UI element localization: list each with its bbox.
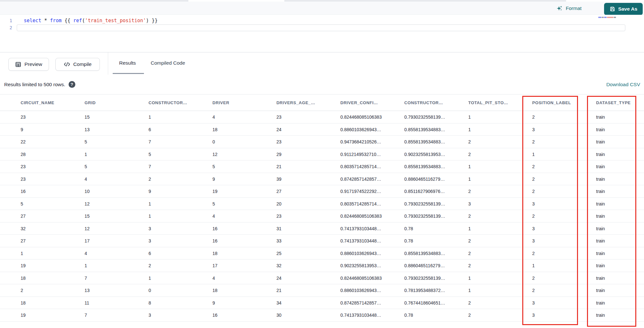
table-cell: 0.7930232558139… bbox=[404, 210, 469, 222]
action-row: Preview Compile Results Compiled Code bbox=[0, 52, 644, 75]
table-cell: 0.8860465116279… bbox=[404, 260, 469, 272]
table-cell: train bbox=[596, 198, 644, 210]
table-cell: train bbox=[596, 185, 644, 197]
table-cell: 2 bbox=[532, 284, 596, 296]
table-cell: 7 bbox=[85, 309, 149, 321]
table-cell: 20 bbox=[276, 198, 340, 210]
table-cell: 4 bbox=[213, 210, 277, 222]
column-header: DRIVER bbox=[213, 95, 277, 111]
table-cell: 0.824468085106383 bbox=[340, 272, 404, 284]
table-cell: 0.9023255813953… bbox=[404, 148, 469, 160]
column-header: GRID bbox=[85, 95, 149, 111]
table-cell: 2 bbox=[468, 260, 532, 272]
table-cell: 2 bbox=[148, 260, 213, 272]
table-cell: 1 bbox=[148, 198, 213, 210]
table-cell: 18 bbox=[213, 247, 277, 260]
table-cell: 1 bbox=[148, 210, 213, 222]
table-cell: 0.9112149532710… bbox=[340, 148, 404, 160]
table-cell: 7 bbox=[148, 160, 213, 173]
table-cell: 3 bbox=[532, 198, 596, 210]
table-cell: 1 bbox=[468, 123, 532, 136]
table-cell: 18 bbox=[21, 297, 85, 309]
table-cell: 21 bbox=[276, 160, 340, 173]
table-cell: 0 bbox=[213, 136, 277, 148]
table-cell: 2 bbox=[532, 272, 596, 284]
table-cell: 32 bbox=[21, 223, 85, 235]
table-cell: 4 bbox=[85, 247, 149, 260]
table-cell: 17 bbox=[85, 235, 149, 247]
table-cell: 19 bbox=[21, 309, 85, 321]
editor-minimap[interactable] bbox=[598, 17, 616, 18]
table-cell: 31 bbox=[276, 223, 340, 235]
table-cell: 27 bbox=[21, 210, 85, 222]
table-cell: 0.78 bbox=[404, 223, 469, 235]
editor-gutter: 12 bbox=[0, 15, 17, 52]
table-cell: 4 bbox=[85, 173, 149, 185]
tab-results[interactable]: Results bbox=[119, 52, 136, 74]
table-cell: 16 bbox=[21, 185, 85, 197]
table-cell: train bbox=[596, 260, 644, 272]
table-cell: 21 bbox=[276, 284, 340, 296]
compile-label: Compile bbox=[73, 61, 92, 67]
editor-code[interactable]: select * from {{ ref('train_test_positio… bbox=[17, 15, 644, 52]
table-cell: 0.8558139534883… bbox=[404, 123, 469, 136]
table-cell: 5 bbox=[148, 148, 213, 160]
table-cell: 7 bbox=[148, 136, 213, 148]
format-button[interactable]: Format bbox=[556, 2, 582, 15]
tab-compiled-code[interactable]: Compiled Code bbox=[151, 52, 185, 74]
table-cell: 0.7930232558139… bbox=[404, 111, 469, 123]
table-row: 231514230.8244680851063830.7930232558139… bbox=[0, 111, 644, 123]
table-cell: 2 bbox=[468, 247, 532, 260]
table-row: 913618240.8860103626943…0.8558139534883…… bbox=[0, 123, 644, 136]
column-header: POSITION_LABEL bbox=[532, 95, 596, 111]
table-cell: 22 bbox=[21, 136, 85, 148]
table-cell: 23 bbox=[276, 136, 340, 148]
table-row: 213018210.8860103626943…0.7813953488372…… bbox=[0, 284, 644, 297]
table-cell: 0.7413793103448… bbox=[340, 309, 404, 321]
download-csv-link[interactable]: Download CSV bbox=[606, 75, 640, 94]
table-cell: train bbox=[596, 223, 644, 235]
table-cell: 1 bbox=[532, 260, 596, 272]
table-cell: 2 bbox=[468, 210, 532, 222]
table-cell: 5 bbox=[85, 160, 149, 173]
table-cell: 0.8860103626943… bbox=[340, 247, 404, 260]
table-cell: 0.7813953488372… bbox=[404, 284, 469, 296]
table-row: 1610919270.9171974522292…0.8511627906976… bbox=[0, 185, 644, 198]
save-as-button[interactable]: Save As bbox=[604, 3, 643, 15]
table-cell: 2 bbox=[468, 297, 532, 309]
table-cell: 25 bbox=[276, 247, 340, 260]
preview-button[interactable]: Preview bbox=[8, 58, 49, 71]
table-cell: 0 bbox=[148, 284, 213, 296]
table-cell: train bbox=[596, 309, 644, 321]
format-label: Format bbox=[566, 5, 582, 11]
sql-editor[interactable]: 12 select * from {{ ref('train_test_posi… bbox=[0, 15, 644, 52]
table-row: 23429390.8742857142857…0.8860465116279…1… bbox=[0, 173, 644, 186]
table-cell: 0.9023255813953… bbox=[340, 260, 404, 272]
table-cell: 0.78 bbox=[404, 235, 469, 247]
table-cell: 23 bbox=[21, 111, 85, 123]
table-cell: 3 bbox=[148, 223, 213, 235]
table-cell: 9 bbox=[148, 185, 213, 197]
table-row: 3212316310.7413793103448…0.7813train bbox=[0, 223, 644, 235]
table-cell: 1 bbox=[468, 173, 532, 185]
table-cell: 0.7930232558139… bbox=[404, 198, 469, 210]
table-cell: 2 bbox=[532, 136, 596, 148]
sql-ide-app: Format Save As 12 select * from {{ ref('… bbox=[0, 0, 644, 328]
table-cell: 5 bbox=[213, 160, 277, 173]
help-icon[interactable]: ? bbox=[69, 81, 75, 88]
editor-toolbar: Format Save As bbox=[0, 2, 644, 15]
table-cell: 0.8035714285714… bbox=[340, 198, 404, 210]
compile-button[interactable]: Compile bbox=[55, 58, 100, 71]
table-cell: 3 bbox=[532, 123, 596, 136]
table-cell: 23 bbox=[276, 111, 340, 123]
table-cell: 5 bbox=[213, 198, 277, 210]
table-cell: 1 bbox=[532, 148, 596, 160]
table-cell: 6 bbox=[148, 123, 213, 136]
table-cell: 5 bbox=[21, 198, 85, 210]
table-cell: 4 bbox=[213, 111, 277, 123]
results-limit-text: Results limited to 500 rows. bbox=[4, 82, 65, 87]
table-cell: 0.8558139534883… bbox=[404, 136, 469, 148]
table-cell: 5 bbox=[85, 136, 149, 148]
table-cell: 18 bbox=[213, 284, 277, 296]
table-cell: 23 bbox=[21, 160, 85, 173]
